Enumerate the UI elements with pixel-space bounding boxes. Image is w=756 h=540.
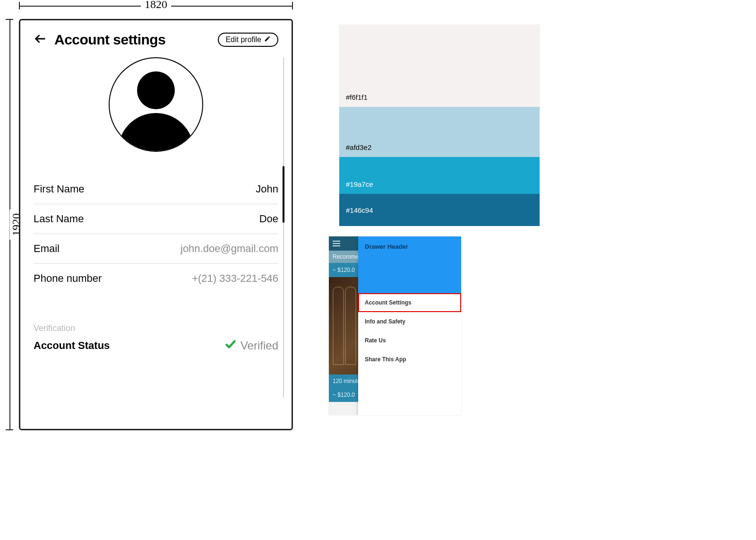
scrollbar-track [283,57,284,398]
field-label: First Name [34,183,85,195]
field-email: Email john.doe@gmail.com [34,234,278,264]
drawer-item-label: Rate Us [365,337,386,344]
underlay-price-label-2: ~ $120.0 [333,392,355,398]
dimension-annotation-height: 1920 [4,19,19,430]
field-value: john.doe@gmail.com [180,243,278,255]
field-value: +(21) 333-221-546 [192,272,278,285]
field-value: Doe [259,213,278,225]
drawer-panel: Drawer Header Account Settings Info and … [358,236,461,415]
account-settings-wireframe: Account settings Edit profile First Name… [19,19,293,430]
edit-profile-button-label: Edit profile [225,35,261,44]
drawer-item-share-app[interactable]: Share This App [358,350,461,369]
swatch-hex: #146c94 [346,206,373,214]
swatch-19a7ce: #19a7ce [339,157,540,194]
drawer-item-label: Info and Safety [365,318,405,325]
field-label: Email [34,243,60,255]
account-status-row: Account Status Verified [34,338,278,353]
back-arrow-icon[interactable] [34,32,47,47]
swatch-hex: #afd3e2 [346,143,371,151]
swatch-afd3e2: #afd3e2 [339,107,540,157]
field-label: Last Name [34,213,84,225]
swatch-hex: #19a7ce [346,180,373,188]
drawer-item-label: Share This App [365,356,406,363]
verification-section-caption: Verification [34,323,278,333]
profile-avatar-placeholder[interactable] [109,57,203,152]
drawer-header: Drawer Header [358,236,461,293]
swatch-146c94: #146c94 [339,194,540,226]
underlay-recommend-label: Recommen [333,253,361,260]
edit-profile-button[interactable]: Edit profile [218,33,278,47]
swatch-hex: #f6f1f1 [346,93,368,101]
account-status-value: Verified [241,339,278,352]
hamburger-icon[interactable] [333,241,340,246]
scrollbar-thumb[interactable] [283,166,284,223]
color-palette: #f6f1f1 #afd3e2 #19a7ce #146c94 [339,25,540,226]
drawer-item-info-safety[interactable]: Info and Safety [358,312,461,331]
drawer-item-account-settings[interactable]: Account Settings [358,293,461,312]
underlay-price-label: ~ $120.0 [333,267,355,273]
pencil-icon [264,35,271,44]
page-title: Account settings [54,32,210,48]
field-value: John [256,183,278,195]
drawer-item-rate-us[interactable]: Rate Us [358,331,461,350]
account-status-label: Account Status [34,340,110,352]
field-first-name: First Name John [34,174,278,204]
drawer-header-text: Drawer Header [365,243,408,250]
drawer-item-label: Account Settings [365,299,412,306]
dimension-annotation-width: 1820 [19,0,293,15]
underlay-duration-label: 120 minute [333,378,361,384]
field-label: Phone number [34,272,102,285]
field-phone: Phone number +(21) 333-221-546 [34,264,278,293]
dimension-width-label: 1820 [141,0,171,11]
swatch-f6f1f1: #f6f1f1 [339,25,540,107]
checkmark-icon [224,338,237,353]
drawer-navigation-mock: Recommen ~ $120.0 120 minute ~ $120.0 Dr… [329,236,461,415]
field-last-name: Last Name Doe [34,204,278,234]
